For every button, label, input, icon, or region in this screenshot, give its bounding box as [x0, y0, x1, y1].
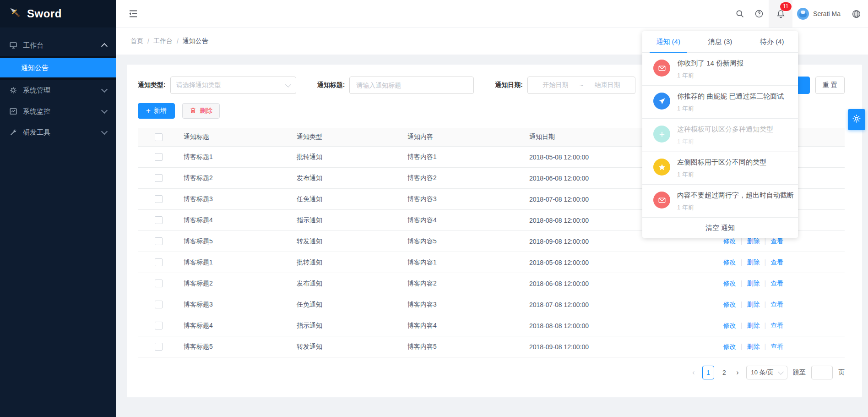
app-root: Sword 工作台 通知公告: [0, 0, 868, 417]
search-icon[interactable]: [730, 0, 749, 27]
chevron-down-icon: [778, 369, 784, 375]
pagination: ‹ 1 2 › 10 条/页 跳至 页: [138, 366, 845, 379]
reset-button[interactable]: 重 置: [815, 77, 845, 94]
cell-title: 博客标题1: [179, 147, 292, 168]
delete-button[interactable]: 删除: [182, 103, 220, 119]
view-link[interactable]: 查看: [770, 322, 783, 329]
next-page-button[interactable]: ›: [734, 368, 741, 377]
view-link[interactable]: 查看: [770, 280, 783, 287]
edit-link[interactable]: 修改: [723, 343, 736, 350]
row-checkbox[interactable]: [155, 280, 163, 287]
view-link[interactable]: 查看: [770, 301, 783, 308]
notice-date-range-picker[interactable]: 开始日期 ~ 结束日期: [527, 77, 635, 94]
add-button[interactable]: + 新增: [138, 103, 175, 119]
cell-type: 发布通知: [292, 273, 403, 294]
cell-type: 转发通知: [292, 336, 403, 357]
page-button-2[interactable]: 2: [720, 369, 729, 376]
sidebar-item-notice[interactable]: 通知公告: [0, 58, 116, 77]
sidebar-item-system-manage[interactable]: 系统管理: [0, 80, 116, 101]
notification-item-read[interactable]: 这种模板可以区分多种通知类型 1 年前: [642, 119, 798, 152]
column-header-type: 通知类型: [292, 128, 403, 147]
breadcrumb-home[interactable]: 首页: [130, 37, 143, 45]
row-checkbox[interactable]: [155, 343, 163, 351]
delete-button-label: 删除: [200, 107, 212, 115]
column-header-content: 通知内容: [403, 128, 525, 147]
breadcrumb-separator: /: [147, 38, 149, 45]
delete-link[interactable]: 删除: [747, 322, 760, 329]
cell-date: 2018-08-08 12:00:00: [525, 315, 662, 336]
view-link[interactable]: 查看: [770, 237, 783, 245]
menu-fold-icon[interactable]: [127, 0, 140, 27]
user-name[interactable]: Serati Ma: [813, 10, 841, 17]
row-checkbox[interactable]: [155, 216, 163, 224]
edit-link[interactable]: 修改: [723, 280, 736, 287]
cell-content: 博客内容5: [403, 336, 525, 357]
gear-icon: [852, 114, 862, 126]
view-link[interactable]: 查看: [770, 343, 783, 350]
table-row: 博客标题5 转发通知 博客内容5 2018-09-08 12:00:00 修改|…: [138, 336, 845, 357]
gear-icon: [9, 86, 17, 94]
cell-content: 博客内容2: [403, 168, 525, 189]
plane-icon: [653, 93, 670, 110]
edit-link[interactable]: 修改: [723, 301, 736, 308]
date-end-placeholder: 结束日期: [584, 81, 630, 89]
cell-title: 博客标题5: [179, 336, 292, 357]
cell-type: 任免通知: [292, 189, 403, 210]
edit-link[interactable]: 修改: [723, 258, 736, 266]
edit-link[interactable]: 修改: [723, 237, 736, 245]
delete-link[interactable]: 删除: [747, 258, 760, 266]
notice-type-select[interactable]: 请选择通知类型: [170, 77, 296, 94]
delete-link[interactable]: 删除: [747, 301, 760, 308]
settings-drawer-button[interactable]: [848, 109, 865, 130]
row-checkbox[interactable]: [155, 322, 163, 329]
view-link[interactable]: 查看: [770, 258, 783, 266]
notification-dropdown: 通知 (4) 消息 (3) 待办 (4) 你收到了 14 份新周报 1 年前 你…: [642, 31, 798, 238]
notification-item[interactable]: 你推荐的 曲妮妮 已通过第三轮面试 1 年前: [642, 86, 798, 119]
sidebar-item-system-monitor[interactable]: 系统监控: [0, 101, 116, 122]
notification-item[interactable]: 内容不要超过两行字，超出时自动截断 1 年前: [642, 185, 798, 218]
row-checkbox[interactable]: [155, 301, 163, 308]
select-all-checkbox[interactable]: [155, 133, 163, 141]
sidebar-item-workbench[interactable]: 工作台: [0, 35, 116, 56]
row-checkbox[interactable]: [155, 174, 163, 182]
page-size-select[interactable]: 10 条/页: [746, 366, 787, 379]
cell-title: 博客标题3: [179, 294, 292, 315]
globe-icon[interactable]: [851, 0, 862, 27]
notice-title-input-box: [349, 77, 474, 94]
tab-notice[interactable]: 通知 (4): [642, 31, 694, 52]
delete-link[interactable]: 删除: [747, 343, 760, 350]
wrench-icon: [9, 128, 17, 137]
tab-todo[interactable]: 待办 (4): [746, 31, 798, 52]
filter-type-group: 通知类型: 请选择通知类型: [138, 77, 296, 94]
notification-item[interactable]: 左侧图标用于区分不同的类型 1 年前: [642, 152, 798, 185]
notification-title: 你推荐的 曲妮妮 已通过第三轮面试: [677, 92, 784, 101]
notification-badge: 11: [780, 2, 791, 11]
cell-type: 任免通知: [292, 294, 403, 315]
notice-title-input[interactable]: [355, 81, 468, 89]
avatar[interactable]: [797, 8, 809, 20]
bell-icon[interactable]: 11: [769, 0, 792, 27]
clear-notifications-button[interactable]: 清空 通知: [642, 218, 798, 238]
sidebar-item-label: 通知公告: [21, 64, 49, 72]
jump-page-input[interactable]: [811, 366, 833, 379]
notification-title: 这种模板可以区分多种通知类型: [677, 125, 773, 134]
delete-link[interactable]: 删除: [747, 280, 760, 287]
row-checkbox[interactable]: [155, 195, 163, 203]
tab-message[interactable]: 消息 (3): [694, 31, 746, 52]
edit-link[interactable]: 修改: [723, 322, 736, 329]
delete-link[interactable]: 删除: [747, 237, 760, 245]
cell-actions: 修改|删除|查看: [662, 315, 845, 336]
question-icon[interactable]: [749, 0, 769, 27]
add-button-label: 新增: [154, 107, 167, 115]
row-checkbox[interactable]: [155, 153, 163, 161]
breadcrumb-workbench[interactable]: 工作台: [153, 37, 173, 45]
row-checkbox[interactable]: [155, 237, 163, 245]
page-button-1[interactable]: 1: [702, 366, 714, 379]
sidebar-item-dev-tools[interactable]: 研发工具: [0, 122, 116, 143]
notification-item[interactable]: 你收到了 14 份新周报 1 年前: [642, 53, 798, 86]
sidebar-item-label: 系统管理: [23, 86, 50, 95]
prev-page-button[interactable]: ‹: [690, 368, 697, 377]
cell-content: 博客内容3: [403, 294, 525, 315]
row-checkbox[interactable]: [155, 258, 163, 266]
jump-label: 跳至: [793, 368, 806, 377]
